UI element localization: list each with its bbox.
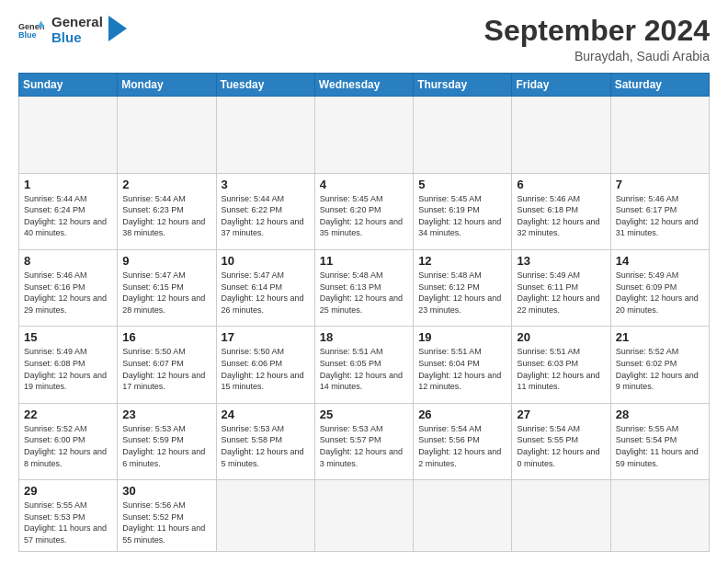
table-row: 21Sunrise: 5:52 AMSunset: 6:02 PMDayligh… (610, 327, 709, 403)
cell-info: Sunrise: 5:51 AMSunset: 6:04 PMDaylight:… (418, 346, 506, 392)
cell-info: Sunrise: 5:48 AMSunset: 6:13 PMDaylight:… (320, 270, 408, 316)
logo: General Blue General Blue (18, 15, 127, 45)
location: Buraydah, Saudi Arabia (484, 49, 710, 63)
logo-arrow-icon (108, 16, 127, 41)
calendar-header-row: Sunday Monday Tuesday Wednesday Thursday… (19, 74, 710, 97)
cell-info: Sunrise: 5:46 AMSunset: 6:18 PMDaylight:… (517, 193, 605, 239)
day-number: 23 (122, 408, 210, 421)
col-saturday: Saturday (610, 74, 709, 97)
day-number: 2 (122, 178, 210, 191)
table-row: 28Sunrise: 5:55 AMSunset: 5:54 PMDayligh… (610, 403, 709, 479)
table-row: 6Sunrise: 5:46 AMSunset: 6:18 PMDaylight… (512, 173, 610, 249)
svg-text:Blue: Blue (18, 30, 37, 40)
col-monday: Monday (118, 74, 216, 97)
day-number: 20 (517, 330, 605, 344)
table-row: 19Sunrise: 5:51 AMSunset: 6:04 PMDayligh… (414, 327, 512, 403)
table-row: 10Sunrise: 5:47 AMSunset: 6:14 PMDayligh… (216, 250, 314, 327)
table-row: 15Sunrise: 5:49 AMSunset: 6:08 PMDayligh… (19, 327, 118, 403)
day-number: 29 (24, 484, 112, 498)
table-row: 25Sunrise: 5:53 AMSunset: 5:57 PMDayligh… (314, 403, 413, 479)
day-number: 22 (24, 408, 112, 421)
table-row (512, 97, 610, 173)
cell-info: Sunrise: 5:55 AMSunset: 5:53 PMDaylight:… (24, 500, 112, 546)
cell-info: Sunrise: 5:45 AMSunset: 6:19 PMDaylight:… (418, 193, 506, 239)
day-number: 15 (24, 330, 112, 344)
day-number: 7 (616, 178, 704, 191)
table-row: 27Sunrise: 5:54 AMSunset: 5:55 PMDayligh… (512, 403, 610, 479)
table-row (216, 97, 314, 173)
cell-info: Sunrise: 5:49 AMSunset: 6:08 PMDaylight:… (24, 346, 112, 392)
day-number: 11 (320, 254, 408, 268)
table-row (19, 97, 118, 173)
calendar-table: Sunday Monday Tuesday Wednesday Thursday… (18, 73, 710, 552)
table-row (414, 480, 512, 552)
month-title: September 2024 (484, 15, 710, 47)
day-number: 8 (24, 254, 112, 268)
cell-info: Sunrise: 5:51 AMSunset: 6:03 PMDaylight:… (517, 346, 605, 392)
cell-info: Sunrise: 5:44 AMSunset: 6:22 PMDaylight:… (222, 193, 310, 239)
svg-marker-4 (108, 16, 127, 41)
header: General Blue General Blue September 2024… (18, 15, 710, 63)
table-row: 29Sunrise: 5:55 AMSunset: 5:53 PMDayligh… (19, 480, 118, 552)
col-thursday: Thursday (414, 74, 512, 97)
table-row: 13Sunrise: 5:49 AMSunset: 6:11 PMDayligh… (512, 250, 610, 327)
table-row (610, 480, 709, 552)
cell-info: Sunrise: 5:52 AMSunset: 6:02 PMDaylight:… (616, 346, 704, 392)
col-tuesday: Tuesday (216, 74, 314, 97)
page: General Blue General Blue September 2024… (0, 0, 728, 563)
table-row (314, 480, 413, 552)
table-row (610, 97, 709, 173)
day-number: 17 (222, 330, 310, 344)
table-row: 8Sunrise: 5:46 AMSunset: 6:16 PMDaylight… (19, 250, 118, 327)
cell-info: Sunrise: 5:45 AMSunset: 6:20 PMDaylight:… (320, 193, 408, 239)
cell-info: Sunrise: 5:44 AMSunset: 6:23 PMDaylight:… (122, 193, 210, 239)
day-number: 9 (122, 254, 210, 268)
cell-info: Sunrise: 5:50 AMSunset: 6:06 PMDaylight:… (222, 346, 310, 392)
col-wednesday: Wednesday (314, 74, 413, 97)
logo-general: General (51, 15, 103, 30)
cell-info: Sunrise: 5:48 AMSunset: 6:12 PMDaylight:… (418, 270, 506, 316)
day-number: 21 (616, 330, 704, 344)
col-sunday: Sunday (19, 74, 118, 97)
cell-info: Sunrise: 5:50 AMSunset: 6:07 PMDaylight:… (122, 346, 210, 392)
day-number: 13 (517, 254, 605, 268)
day-number: 30 (122, 484, 210, 498)
cell-info: Sunrise: 5:54 AMSunset: 5:55 PMDaylight:… (517, 423, 605, 469)
day-number: 27 (517, 408, 605, 421)
table-row: 17Sunrise: 5:50 AMSunset: 6:06 PMDayligh… (216, 327, 314, 403)
day-number: 16 (122, 330, 210, 344)
table-row (512, 480, 610, 552)
cell-info: Sunrise: 5:47 AMSunset: 6:15 PMDaylight:… (122, 270, 210, 316)
table-row: 30Sunrise: 5:56 AMSunset: 5:52 PMDayligh… (118, 480, 216, 552)
cell-info: Sunrise: 5:51 AMSunset: 6:05 PMDaylight:… (320, 346, 408, 392)
day-number: 28 (616, 408, 704, 421)
day-number: 6 (517, 178, 605, 191)
day-number: 1 (24, 178, 112, 191)
col-friday: Friday (512, 74, 610, 97)
cell-info: Sunrise: 5:55 AMSunset: 5:54 PMDaylight:… (616, 423, 704, 469)
day-number: 5 (418, 178, 506, 191)
cell-info: Sunrise: 5:53 AMSunset: 5:58 PMDaylight:… (222, 423, 310, 469)
table-row: 1Sunrise: 5:44 AMSunset: 6:24 PMDaylight… (19, 173, 118, 249)
day-number: 18 (320, 330, 408, 344)
table-row: 23Sunrise: 5:53 AMSunset: 5:59 PMDayligh… (118, 403, 216, 479)
cell-info: Sunrise: 5:56 AMSunset: 5:52 PMDaylight:… (122, 500, 210, 546)
cell-info: Sunrise: 5:53 AMSunset: 5:59 PMDaylight:… (122, 423, 210, 469)
table-row: 5Sunrise: 5:45 AMSunset: 6:19 PMDaylight… (414, 173, 512, 249)
cell-info: Sunrise: 5:44 AMSunset: 6:24 PMDaylight:… (24, 193, 112, 239)
table-row: 20Sunrise: 5:51 AMSunset: 6:03 PMDayligh… (512, 327, 610, 403)
table-row: 7Sunrise: 5:46 AMSunset: 6:17 PMDaylight… (610, 173, 709, 249)
table-row: 14Sunrise: 5:49 AMSunset: 6:09 PMDayligh… (610, 250, 709, 327)
table-row (216, 480, 314, 552)
day-number: 4 (320, 178, 408, 191)
table-row: 16Sunrise: 5:50 AMSunset: 6:07 PMDayligh… (118, 327, 216, 403)
table-row: 9Sunrise: 5:47 AMSunset: 6:15 PMDaylight… (118, 250, 216, 327)
table-row: 26Sunrise: 5:54 AMSunset: 5:56 PMDayligh… (414, 403, 512, 479)
day-number: 14 (616, 254, 704, 268)
logo-icon: General Blue (18, 17, 44, 43)
day-number: 19 (418, 330, 506, 344)
table-row (414, 97, 512, 173)
table-row: 4Sunrise: 5:45 AMSunset: 6:20 PMDaylight… (314, 173, 413, 249)
day-number: 10 (222, 254, 310, 268)
cell-info: Sunrise: 5:47 AMSunset: 6:14 PMDaylight:… (222, 270, 310, 316)
